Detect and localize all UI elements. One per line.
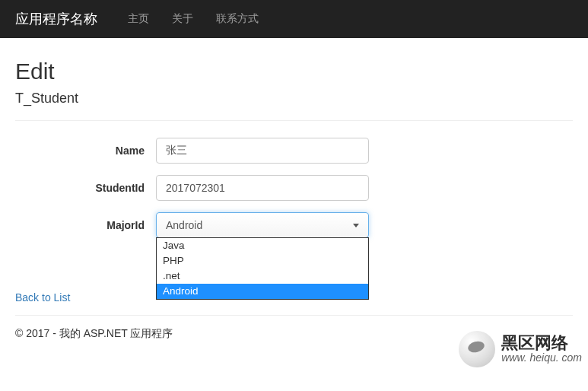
mushroom-icon [459, 331, 495, 357]
option-android[interactable]: Android [157, 284, 368, 299]
page-subtitle: T_Student [15, 91, 573, 106]
row-name: Name [15, 138, 573, 164]
label-name: Name [15, 145, 156, 157]
nav-contact[interactable]: 联系方式 [205, 12, 270, 26]
page-title: Edit [15, 59, 573, 84]
input-studentid[interactable] [156, 175, 369, 201]
label-studentid: StudentId [15, 182, 156, 194]
dropdown-majorid: Java PHP .net Android [156, 237, 369, 300]
divider [15, 120, 573, 121]
option-php[interactable]: PHP [157, 253, 368, 269]
watermark-line1: 黑区网络 [501, 334, 582, 352]
select-majorid-wrap: Android Java PHP .net Android [156, 212, 369, 238]
main-container: Edit T_Student Name StudentId MajorId An… [0, 38, 588, 357]
nav-about[interactable]: 关于 [161, 12, 205, 26]
footer-text: © 2017 - 我的 ASP.NET 应用程序 [15, 327, 173, 339]
app-brand[interactable]: 应用程序名称 [11, 10, 101, 28]
input-name[interactable] [156, 138, 369, 164]
label-majorid: MajorId [15, 219, 156, 231]
watermark-text: 黑区网络 www. heiqu. com [501, 334, 582, 357]
navbar: 应用程序名称 主页 关于 联系方式 [0, 0, 588, 38]
back-to-list-link[interactable]: Back to List [15, 291, 70, 304]
row-majorid: MajorId Android Java PHP .net Android [15, 212, 573, 238]
option-java[interactable]: Java [157, 238, 368, 253]
select-majorid-value: Android [166, 219, 202, 231]
option-dotnet[interactable]: .net [157, 269, 368, 284]
select-majorid[interactable]: Android [156, 212, 369, 238]
watermark: 黑区网络 www. heiqu. com [459, 331, 582, 357]
nav-home[interactable]: 主页 [116, 12, 161, 26]
chevron-down-icon [353, 224, 359, 227]
row-studentid: StudentId [15, 175, 573, 201]
watermark-line2: www. heiqu. com [501, 352, 582, 357]
